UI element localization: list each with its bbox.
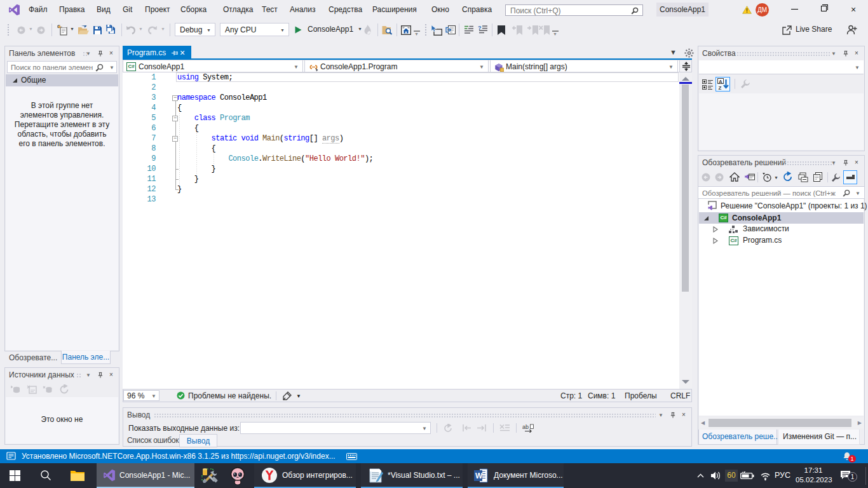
svg-text:W: W [475, 471, 483, 480]
svg-text:Z: Z [719, 85, 722, 90]
svg-text:ab: ab [522, 424, 529, 430]
svg-text:A: A [719, 79, 722, 85]
